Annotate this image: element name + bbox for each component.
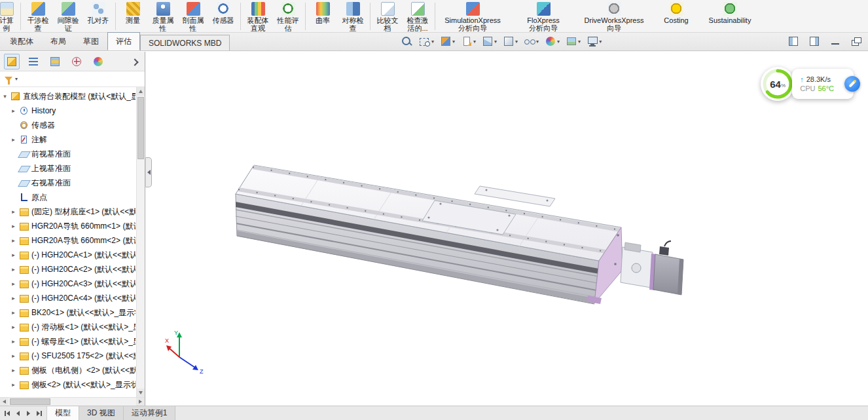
tree-horizontal-scrollbar[interactable] (0, 397, 145, 406)
scroll-right-arrow-icon[interactable] (136, 398, 145, 406)
tree-expand-caret-icon[interactable]: ▸ (10, 324, 16, 330)
tab-sketch[interactable]: 草图 (75, 32, 107, 50)
ribbon-measure[interactable]: 测量 (118, 1, 148, 25)
scrollbar-thumb[interactable] (10, 398, 50, 405)
sheet-nav-last[interactable] (34, 408, 44, 418)
headsup-apply-scene-button[interactable]: ▾ (564, 35, 582, 48)
pane-collapse-right-button[interactable] (808, 36, 821, 47)
tree-expand-caret-icon[interactable]: ▸ (10, 280, 16, 287)
tree-item[interactable]: ▸ (-) SFU2505 175<2> (默认<<默 (0, 349, 136, 363)
tree-expand-caret-icon[interactable]: ▸ (10, 367, 16, 373)
ribbon-curvature[interactable]: 曲率 (308, 1, 338, 25)
tree-item[interactable]: ▸ (固定) 型材底座<1> (默认<<默 (0, 204, 136, 219)
pane-collapse-left-button[interactable] (787, 36, 800, 47)
scrollbar-thumb[interactable] (137, 97, 144, 159)
panel-tab-displaymanager[interactable] (90, 54, 106, 69)
tree-item[interactable]: ▸ (-) HGH20CA<4> (默认<<默认 (0, 291, 136, 305)
ribbon-check-active-document[interactable]: 检查激 活的... (403, 1, 433, 33)
tree-item[interactable]: ▸ (-) 螺母座<1> (默认<<默认>_显 (0, 334, 136, 349)
bottom-tab-3d-views[interactable]: 3D 视图 (79, 406, 124, 420)
doc-restore-button[interactable] (850, 36, 863, 47)
tree-expand-caret-icon[interactable]: ▸ (10, 309, 16, 316)
scroll-left-arrow-icon[interactable] (0, 398, 9, 406)
ribbon-floxpress[interactable]: FloXpress 分析向导 (508, 1, 579, 33)
tree-expand-caret-icon[interactable]: ▸ (10, 237, 16, 244)
sheet-nav-next[interactable] (24, 408, 33, 418)
bottom-tab-motion-study-1[interactable]: 运动算例1 (124, 406, 176, 420)
panel-tab-configurationmanager[interactable] (47, 54, 63, 69)
tree-item[interactable]: 右视基准面 (0, 176, 136, 190)
ribbon-symmetry-check[interactable]: 对称检 查 (338, 1, 368, 33)
headsup-section-view-button[interactable]: ▾ (439, 35, 456, 48)
filter-caret-icon[interactable]: ▾ (15, 76, 18, 82)
tab-evaluate[interactable]: 评估 (107, 32, 140, 50)
tree-item[interactable]: ▸ (-) 滑动板<1> (默认<<默认>_显 (0, 320, 136, 334)
boost-rocket-icon[interactable] (844, 76, 860, 92)
panel-collapse-handle[interactable] (145, 157, 152, 187)
tree-expand-caret-icon[interactable]: ▾ (2, 93, 8, 100)
ribbon-interference-check[interactable]: 干涉检 查 (23, 1, 53, 33)
scroll-up-arrow-icon[interactable] (137, 87, 145, 96)
headsup-zoom-fit-button[interactable] (399, 35, 414, 48)
tree-item[interactable]: ▸ 侧板（电机侧）<2> (默认<<默 (0, 363, 136, 377)
viewport-canvas[interactable]: Y X Z (145, 52, 868, 406)
tree-item[interactable]: ▸ BK20<1> (默认<<默认>_显示状 (0, 305, 136, 320)
tab-solidworks-mbd[interactable]: SOLIDWORKS MBD (140, 35, 230, 50)
tab-assembly[interactable]: 装配体 (1, 32, 42, 50)
ribbon-clearance-verify[interactable]: 间隙验 证 (53, 1, 83, 33)
ribbon-mass-properties[interactable]: 质量属 性 (148, 1, 178, 33)
tree-expand-caret-icon[interactable]: ▸ (10, 136, 16, 143)
tree-expand-caret-icon[interactable]: ▸ (10, 266, 16, 273)
panel-tab-dimxpertmanager[interactable] (69, 54, 84, 69)
ribbon-simulationxpress[interactable]: SimulationXpress 分析向导 (437, 1, 508, 33)
headsup-view-settings-button[interactable]: ▾ (585, 35, 603, 48)
tree-expand-caret-icon[interactable]: ▸ (10, 223, 16, 229)
tree-expand-caret-icon[interactable]: ▸ (10, 295, 16, 301)
ribbon-sensor[interactable]: 传感器 (208, 1, 238, 25)
tree-vertical-scrollbar[interactable] (136, 87, 145, 397)
memory-percent-ring[interactable]: 64 % (761, 67, 795, 101)
filter-funnel-icon[interactable] (5, 77, 12, 81)
doc-minimize-button[interactable] (829, 36, 842, 47)
tree-item[interactable]: ▸ (-) HGH20CA<2> (默认<<默认 (0, 262, 136, 277)
tree-expand-caret-icon[interactable]: ▸ (10, 338, 16, 345)
tree-item[interactable]: ▸ (-) HGH20CA<3> (默认<<默认 (0, 277, 136, 291)
ribbon-section-properties[interactable]: 剖面属 性 (178, 1, 208, 33)
tree-item[interactable]: ▸ HGR20A导轨 660mm<2> (默认 (0, 233, 136, 248)
tree-item[interactable]: 传感器 (0, 118, 136, 132)
tree-expand-caret-icon[interactable]: ▸ (10, 208, 16, 215)
headsup-annotation-views-button[interactable]: ▾ (460, 35, 477, 48)
tree-item[interactable]: 前视基准面 (0, 147, 136, 161)
panel-expand-chevron-icon[interactable] (130, 54, 141, 69)
headsup-display-style-button[interactable]: ▾ (501, 35, 519, 48)
sheet-nav-prev[interactable] (13, 408, 23, 418)
tree-expand-caret-icon[interactable]: ▸ (10, 107, 16, 114)
scroll-down-arrow-icon[interactable] (137, 389, 145, 397)
ribbon-assembly-visualization[interactable]: 装配体 直观 (243, 1, 273, 33)
tab-layout[interactable]: 布局 (42, 32, 75, 50)
tree-expand-caret-icon[interactable]: ▸ (10, 381, 16, 388)
headsup-hide-show-items-button[interactable]: ▾ (522, 35, 540, 48)
3d-model-linear-stage[interactable] (145, 52, 868, 406)
tree-item[interactable]: ▸ 注解 (0, 132, 136, 147)
tree-item[interactable]: ▸ HGR20A导轨 660mm<1> (默认 (0, 219, 136, 233)
tree-item[interactable]: ▸ History (0, 104, 136, 118)
tree-item[interactable]: ▸ 侧板<2> (默认<<默认>_显示状 (0, 377, 136, 392)
ribbon-performance-evaluation[interactable]: 性能评 估 (273, 1, 303, 33)
net-cpu-bubble[interactable]: ↑ 28.3K/s CPU 56°C (792, 69, 854, 99)
headsup-zoom-area-button[interactable]: ▾ (418, 35, 435, 48)
tree-item[interactable]: ▸ (-) HGH20CA<1> (默认<<默认 (0, 248, 136, 262)
headsup-edit-appearance-button[interactable]: ▾ (543, 35, 561, 48)
ribbon-compare-documents[interactable]: 比较文 档 (372, 1, 403, 33)
ribbon-hole-alignment[interactable]: 孔对齐 (83, 1, 113, 25)
panel-tab-featuremanager[interactable] (4, 54, 20, 69)
ribbon-costing[interactable]: Costing (649, 1, 703, 25)
tree-item[interactable]: ▾ 直线滑台装配模型 (默认<默认_显示 (0, 89, 136, 104)
headsup-view-orientation-button[interactable]: ▾ (480, 35, 498, 48)
sheet-nav-first[interactable] (3, 408, 12, 418)
bottom-tab-model[interactable]: 模型 (47, 406, 79, 420)
tree-expand-caret-icon[interactable]: ▸ (10, 252, 16, 258)
ribbon-design-study[interactable]: 计算 例 ▼ (0, 1, 18, 33)
tree-expand-caret-icon[interactable]: ▸ (10, 353, 16, 359)
panel-tab-propertymanager[interactable] (26, 54, 41, 69)
